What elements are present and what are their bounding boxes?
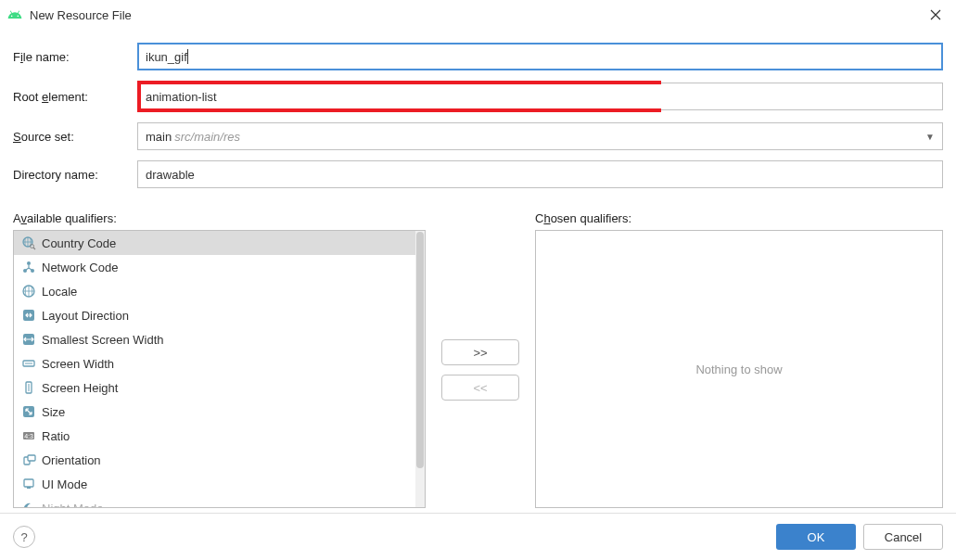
available-qualifiers-listbox[interactable]: Country CodeNetwork CodeLocaleLayout Dir…	[13, 230, 426, 508]
directory-name-label: Directory name:	[13, 168, 137, 182]
source-set-row: Source set: main src/main/res ▼	[13, 122, 943, 150]
ok-button[interactable]: OK	[776, 524, 856, 550]
list-item-label: Smallest Screen Width	[42, 333, 164, 347]
source-set-label: Source set:	[13, 130, 137, 144]
directory-name-input[interactable]: drawable	[137, 160, 943, 188]
list-item-label: Network Code	[42, 261, 118, 274]
list-item[interactable]: Night Mode	[14, 496, 415, 507]
list-item-label: Screen Width	[42, 357, 114, 371]
ratio-icon: 4:3	[21, 428, 36, 443]
nothing-to-show-text: Nothing to show	[695, 363, 782, 376]
source-set-value: main	[146, 130, 172, 144]
available-qualifiers-label: Available qualifiers:	[13, 211, 426, 225]
night-icon	[21, 501, 36, 507]
android-icon	[7, 7, 22, 22]
list-item-label: Size	[42, 405, 65, 419]
list-item[interactable]: Orientation	[14, 448, 415, 472]
svg-line-2	[33, 248, 35, 249]
list-item[interactable]: Smallest Screen Width	[14, 327, 415, 351]
chevron-down-icon: ▼	[925, 132, 935, 142]
root-element-row: Root element: animation-list	[13, 81, 943, 112]
list-item-label: Orientation	[42, 453, 101, 467]
list-item[interactable]: Screen Height	[14, 375, 415, 400]
list-item[interactable]: Size	[14, 400, 415, 424]
form-area: File name: ikun_gif Root element: animat…	[0, 30, 956, 208]
width-icon	[21, 356, 36, 371]
chosen-qualifiers-column: Chosen qualifiers: Nothing to show	[535, 211, 943, 508]
svg-rect-17	[27, 487, 31, 489]
chosen-qualifiers-listbox[interactable]: Nothing to show	[535, 230, 943, 508]
svg-rect-15	[28, 455, 35, 461]
add-qualifier-button[interactable]: >>	[441, 339, 519, 365]
titlebar: New Resource File	[0, 0, 956, 30]
cancel-button[interactable]: Cancel	[863, 524, 943, 550]
move-buttons-column: >> <<	[437, 211, 524, 508]
list-item-label: Ratio	[42, 429, 70, 443]
list-item[interactable]: Layout Direction	[14, 303, 415, 327]
file-name-input[interactable]: ikun_gif	[137, 43, 943, 70]
scrollbar[interactable]	[415, 231, 425, 507]
list-item-label: Country Code	[42, 236, 116, 250]
dialog-footer: ? OK Cancel	[0, 513, 956, 560]
dialog-title: New Resource File	[30, 8, 923, 22]
svg-point-3	[27, 261, 31, 265]
chosen-qualifiers-label: Chosen qualifiers:	[535, 211, 943, 225]
root-element-label: Root element:	[13, 90, 137, 104]
remove-qualifier-button: <<	[441, 375, 519, 401]
globe-search-icon	[21, 235, 36, 250]
list-item[interactable]: Network Code	[14, 255, 415, 279]
list-item-label: Layout Direction	[42, 309, 129, 323]
file-name-row: File name: ikun_gif	[13, 43, 943, 70]
directory-name-row: Directory name: drawable	[13, 160, 943, 188]
source-set-dropdown[interactable]: main src/main/res ▼	[137, 122, 943, 150]
list-item-label: Locale	[42, 285, 77, 299]
network-icon	[21, 260, 36, 274]
list-item[interactable]: Country Code	[14, 231, 415, 255]
list-item[interactable]: 4:3Ratio	[14, 424, 415, 448]
scrollbar-thumb[interactable]	[416, 232, 424, 468]
root-element-input[interactable]: animation-list	[137, 81, 661, 112]
height-icon	[21, 380, 36, 395]
direction-icon	[21, 308, 36, 323]
svg-rect-16	[24, 479, 33, 487]
available-qualifiers-column: Available qualifiers: Country CodeNetwor…	[13, 211, 426, 508]
help-button[interactable]: ?	[13, 526, 35, 548]
source-set-path: src/main/res	[174, 130, 240, 144]
close-icon[interactable]	[923, 2, 949, 28]
file-name-label: File name:	[13, 50, 137, 64]
globe-icon	[21, 284, 36, 299]
list-item-label: UI Mode	[42, 477, 87, 491]
arrows-h-icon	[21, 332, 36, 347]
expand-icon	[21, 404, 36, 419]
qualifiers-area: Available qualifiers: Country CodeNetwor…	[0, 211, 956, 508]
svg-text:4:3: 4:3	[24, 433, 33, 439]
list-item[interactable]: Screen Width	[14, 351, 415, 375]
list-item-label: Screen Height	[42, 381, 118, 395]
root-element-input-right[interactable]	[661, 83, 943, 110]
list-item-label: Night Mode	[42, 502, 103, 508]
orientation-icon	[21, 452, 36, 467]
list-item[interactable]: Locale	[14, 279, 415, 303]
list-item[interactable]: UI Mode	[14, 472, 415, 496]
ui-mode-icon	[21, 477, 36, 491]
